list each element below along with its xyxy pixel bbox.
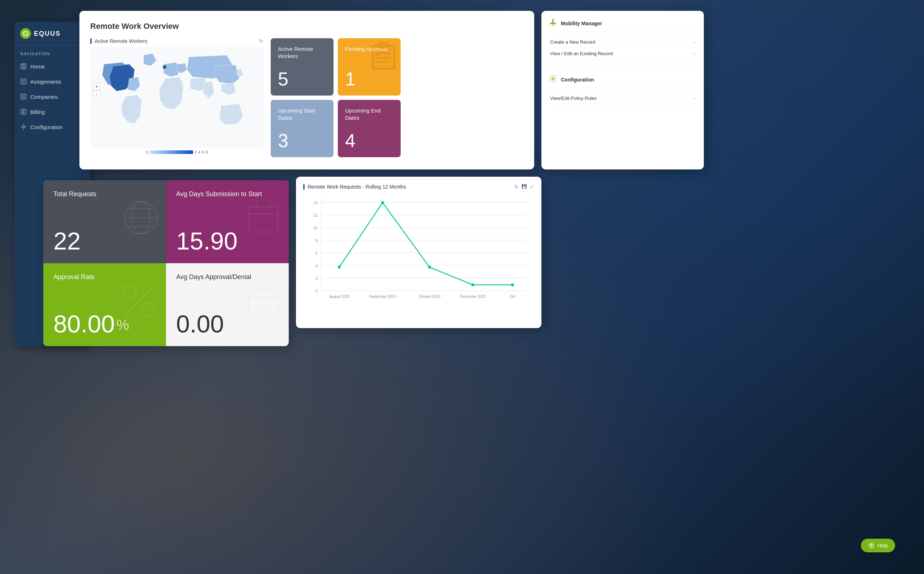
bottom-chart-panel: Remote Work Requests - Rolling 12 Months… — [296, 177, 541, 328]
map-accent — [90, 38, 92, 44]
map-zoom-in[interactable]: + — [93, 83, 100, 90]
legend-mid3: 6 — [202, 150, 204, 154]
map-title-text: Active Remote Workers — [95, 38, 148, 44]
sidebar-item-home[interactable]: Home — [14, 59, 90, 74]
plane-icon — [549, 18, 557, 29]
mobility-manager-section: Mobility Manager Create a New Record › V… — [549, 18, 697, 60]
view-edit-record-link[interactable]: View / Edit an Existing Record › — [549, 48, 697, 60]
chevron-right-icon-view: › — [694, 51, 695, 56]
svg-rect-2 — [21, 79, 26, 84]
stat-label-active-remote: Active Remote Workers — [278, 46, 326, 60]
help-label: Help — [877, 542, 888, 549]
avg-days-submission-label: Avg Days Submission to Start — [176, 190, 278, 198]
billing-icon — [20, 109, 27, 115]
sidebar-item-label-assignments: Assignments — [30, 79, 62, 85]
chart-expand-icon[interactable]: ⤢ — [530, 184, 534, 190]
percent-icon — [119, 281, 159, 329]
legend-min: 0 — [146, 150, 148, 154]
sidebar-item-label-billing: Billing — [30, 109, 45, 115]
svg-rect-8 — [379, 43, 388, 48]
svg-text:2: 2 — [315, 276, 318, 281]
svg-point-20 — [141, 303, 155, 316]
sidebar-item-billing[interactable]: Billing — [14, 104, 90, 119]
svg-point-19 — [123, 285, 136, 298]
config-section-title: Configuration — [561, 77, 594, 82]
map-title-area: Active Remote Workers ↻ — [90, 38, 264, 44]
svg-text:12: 12 — [313, 213, 318, 218]
stat-card-start-dates[interactable]: Upcoming Start Dates 3 — [271, 100, 334, 157]
sidebar-item-configuration[interactable]: Configuration — [14, 119, 90, 134]
sidebar-item-companies[interactable]: Companies — [14, 89, 90, 104]
view-edit-label: View / Edit an Existing Record — [550, 51, 613, 56]
chart-save-icon[interactable]: 💾 — [522, 184, 527, 190]
chevron-right-icon-policy: › — [694, 96, 695, 101]
sidebar-item-label-home: Home — [30, 63, 45, 69]
map-section: Active Remote Workers ↻ — [90, 38, 264, 154]
avg-days-approval-card[interactable]: Avg Days Approval/Denial 0.00 — [166, 263, 289, 346]
sidebar-logo: EQUUS — [20, 28, 61, 39]
config-section-header: Configuration — [549, 74, 697, 88]
calendar-icon-1 — [245, 200, 282, 244]
configuration-section: Configuration View/Edit Policy Rules › — [549, 74, 697, 104]
svg-point-46 — [471, 284, 474, 286]
mobility-section-header: Mobility Manager — [549, 18, 697, 32]
logo-text: EQUUS — [34, 30, 61, 38]
stat-number-start: 3 — [278, 131, 326, 150]
map-zoom-out[interactable]: - — [93, 91, 100, 98]
main-panel: Remote Work Overview Active Remote Worke… — [79, 11, 534, 169]
map-controls: + - — [93, 83, 100, 98]
right-panel: Mobility Manager Create a New Record › V… — [541, 11, 704, 169]
create-record-link[interactable]: Create a New Record › — [549, 36, 697, 48]
total-requests-label: Total Requests — [54, 190, 156, 198]
sidebar-item-assignments[interactable]: Assignments — [14, 74, 90, 89]
legend-bar — [150, 150, 193, 154]
panel-divider — [549, 67, 697, 67]
stat-card-active-remote[interactable]: Active Remote Workers 5 — [271, 38, 334, 96]
chart-header: Remote Work Requests - Rolling 12 Months… — [303, 184, 534, 190]
map-svg-area: + - — [90, 47, 264, 148]
sidebar-item-label-companies: Companies — [30, 94, 58, 100]
avg-days-submission-card[interactable]: Avg Days Submission to Start 15.90 — [166, 180, 289, 263]
companies-icon — [20, 93, 27, 100]
world-map — [93, 50, 259, 144]
chart-title-area: Remote Work Requests - Rolling 12 Months — [303, 184, 406, 190]
svg-point-9 — [552, 77, 554, 80]
home-icon — [20, 63, 27, 69]
help-icon: ? — [868, 542, 875, 549]
svg-text:October 2023: October 2023 — [419, 295, 441, 298]
stat-card-end-dates[interactable]: Upcoming End Dates 4 — [338, 100, 400, 157]
svg-text:December 2023: December 2023 — [460, 295, 486, 298]
svg-point-47 — [511, 284, 514, 286]
legend-mid2: 4 — [198, 150, 200, 154]
chart-area: 0 2 4 6 8 10 12 14 — [303, 193, 534, 309]
logo-icon — [20, 28, 31, 39]
svg-rect-15 — [249, 207, 278, 232]
svg-text:8: 8 — [315, 238, 318, 243]
chevron-right-icon-create: › — [694, 39, 695, 45]
map-refresh-icon[interactable]: ↻ — [259, 38, 264, 44]
stat-card-pending[interactable]: Pending Approval 1 — [338, 38, 400, 96]
create-record-label: Create a New Record — [550, 39, 595, 45]
mobility-section-title: Mobility Manager — [561, 20, 602, 26]
map-legend: 0 2 4 6 8 — [90, 150, 264, 154]
total-requests-card[interactable]: Total Requests 22 — [43, 180, 166, 263]
svg-point-43 — [338, 266, 341, 269]
svg-text:14: 14 — [313, 200, 318, 205]
gear-icon — [549, 74, 557, 85]
chart-refresh-icon[interactable]: ↻ — [514, 184, 519, 190]
policy-rules-label: View/Edit Policy Rules — [550, 96, 596, 101]
sidebar-item-label-configuration: Configuration — [30, 124, 62, 130]
approval-rate-card[interactable]: Approval Rate 80.00 % — [43, 263, 166, 346]
chart-accent — [303, 184, 305, 190]
policy-rules-link[interactable]: View/Edit Policy Rules › — [549, 93, 697, 104]
stat-number-active-remote: 5 — [278, 69, 326, 88]
main-panel-title: Remote Work Overview — [90, 22, 524, 31]
sidebar-header: EQUUS × — [14, 22, 90, 46]
svg-text:6: 6 — [315, 251, 318, 255]
svg-line-21 — [125, 286, 153, 315]
line-chart-svg: 0 2 4 6 8 10 12 14 — [303, 193, 534, 305]
help-button[interactable]: ? Help — [861, 539, 895, 552]
svg-point-5 — [22, 126, 25, 128]
legend-mid1: 2 — [195, 150, 197, 154]
svg-text:4: 4 — [315, 263, 318, 268]
